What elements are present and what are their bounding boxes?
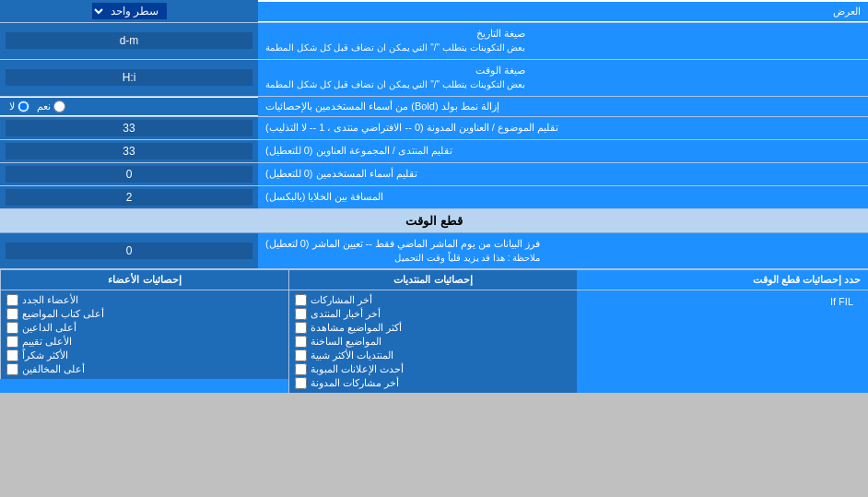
checkbox-posts-3: أكثر المواضيع مشاهدة <box>295 321 571 335</box>
topics-headings-input-container <box>0 117 258 139</box>
checkbox-posts-1: أخر المشاركات <box>295 293 571 307</box>
checkbox-posts-5: المنتديات الأكثر شبية <box>295 349 571 362</box>
topics-headings-row: تقليم الموضوع / العناوين المدونة (0 -- ا… <box>0 117 868 140</box>
cell-spacing-input-container <box>0 186 258 208</box>
checkbox-members-2-input[interactable] <box>6 308 18 320</box>
cell-spacing-input[interactable] <box>6 189 252 206</box>
cut-row-label: فرز البيانات من يوم الماشر الماضي فقط --… <box>258 233 868 269</box>
stats-content-row: If FIL أخر المشاركات أخر أخبار المنتدى أ… <box>0 290 868 393</box>
checkbox-members-4: الأعلى تقييم <box>6 335 283 349</box>
stats-right-header: حدد إحصائيات قطع الوقت <box>577 270 868 290</box>
checkbox-posts-3-input[interactable] <box>295 322 307 334</box>
checkbox-members-5-input[interactable] <box>6 349 18 361</box>
stats-right-col: If FIL <box>577 290 868 313</box>
forum-headings-row: تقليم المنتدى / المجموعة العناوين (0 للت… <box>0 140 868 163</box>
cut-input[interactable] <box>6 243 252 259</box>
checkbox-posts-7: أخر مشاركات المدونة <box>295 376 571 390</box>
checkbox-posts-5-input[interactable] <box>295 349 307 361</box>
stats-members-col: الأعضاء الجدد أعلى كتاب المواضيع أعلى ال… <box>0 290 288 379</box>
stats-posts-header: إحصائيات المنتديات <box>288 270 577 290</box>
bold-radio-container: نعم لا <box>0 98 258 115</box>
checkbox-members-5: الأكثر شكراً <box>6 349 283 362</box>
date-format-row: صيغة التاريخبعض التكوينات يتطلب "/" التي… <box>0 23 868 60</box>
checkbox-posts-7-input[interactable] <box>295 377 307 389</box>
checkbox-members-6-input[interactable] <box>6 363 18 375</box>
checkbox-members-3-input[interactable] <box>6 322 18 334</box>
stats-posts-col: أخر المشاركات أخر أخبار المنتدى أكثر الم… <box>288 290 577 393</box>
usernames-label: تقليم أسماء المستخدمين (0 للتعطيل) <box>258 163 868 185</box>
stats-members-header: إحصائيات الأعضاء <box>0 270 288 290</box>
checkbox-members-6: أعلى المخالفين <box>6 362 283 376</box>
time-format-label: صيغة الوقتبعض التكوينات يتطلب "/" التي ي… <box>258 60 868 96</box>
cell-spacing-label: المسافة بين الخلايا (بالبكسل) <box>258 186 868 208</box>
checkbox-posts-6-input[interactable] <box>295 363 307 375</box>
date-format-label: صيغة التاريخبعض التكوينات يتطلب "/" التي… <box>258 23 868 59</box>
usernames-input[interactable] <box>6 166 252 183</box>
checkbox-posts-2: أخر أخبار المنتدى <box>295 307 571 321</box>
date-format-input[interactable] <box>6 32 252 49</box>
usernames-row: تقليم أسماء المستخدمين (0 للتعطيل) <box>0 163 868 186</box>
topics-headings-input[interactable] <box>6 120 252 136</box>
cell-spacing-row: المسافة بين الخلايا (بالبكسل) <box>0 186 868 209</box>
checkbox-posts-1-input[interactable] <box>295 294 307 306</box>
time-format-row: صيغة الوقتبعض التكوينات يتطلب "/" التي ي… <box>0 60 868 97</box>
checkbox-posts-2-input[interactable] <box>295 308 307 320</box>
forum-headings-input-container <box>0 140 258 162</box>
checkbox-posts-4-input[interactable] <box>295 336 307 348</box>
checkbox-posts-4: المواضيع الساخنة <box>295 335 571 349</box>
checkbox-posts-6: أحدث الإعلانات المبوبة <box>295 362 571 376</box>
checkbox-members-1: الأعضاء الجدد <box>6 293 283 307</box>
checkbox-members-2: أعلى كتاب المواضيع <box>6 307 283 321</box>
stats-section: حدد إحصائيات قطع الوقت إحصائيات المنتديا… <box>0 269 868 393</box>
topics-headings-label: تقليم الموضوع / العناوين المدونة (0 -- ا… <box>258 117 868 139</box>
radio-no-label[interactable]: لا <box>9 101 29 112</box>
bold-radio-row: إزالة نمط بولد (Bold) من أسماء المستخدمي… <box>0 97 868 117</box>
forum-headings-label: تقليم المنتدى / المجموعة العناوين (0 للت… <box>258 140 868 162</box>
stats-header-row: حدد إحصائيات قطع الوقت إحصائيات المنتديا… <box>0 270 868 290</box>
usernames-input-container <box>0 163 258 185</box>
cut-input-container <box>0 233 258 269</box>
radio-yes-label[interactable]: نعم <box>37 101 65 112</box>
forum-headings-input[interactable] <box>6 143 252 160</box>
cut-row: فرز البيانات من يوم الماشر الماضي فقط --… <box>0 233 868 270</box>
radio-no[interactable] <box>18 101 29 112</box>
header-select-container: سطر واحد سطرين ثلاثة أسطر <box>0 0 258 22</box>
date-format-input-container <box>0 23 258 59</box>
checkbox-members-4-input[interactable] <box>6 336 18 348</box>
bold-label: إزالة نمط بولد (Bold) من أسماء المستخدمي… <box>258 97 868 116</box>
checkbox-members-3: أعلى الداعين <box>6 321 283 335</box>
time-format-input-container <box>0 60 258 96</box>
radio-yes[interactable] <box>53 101 65 112</box>
time-format-input[interactable] <box>6 69 252 86</box>
display-select[interactable]: سطر واحد سطرين ثلاثة أسطر <box>92 3 167 19</box>
header-row: العرض سطر واحد سطرين ثلاثة أسطر <box>0 0 868 23</box>
checkbox-members-1-input[interactable] <box>6 294 18 306</box>
header-label: العرض <box>258 2 868 21</box>
main-container: العرض سطر واحد سطرين ثلاثة أسطر صيغة الت… <box>0 0 868 393</box>
cut-section-header: قطع الوقت <box>0 209 868 233</box>
if-fil-text: If FIL <box>584 293 861 310</box>
